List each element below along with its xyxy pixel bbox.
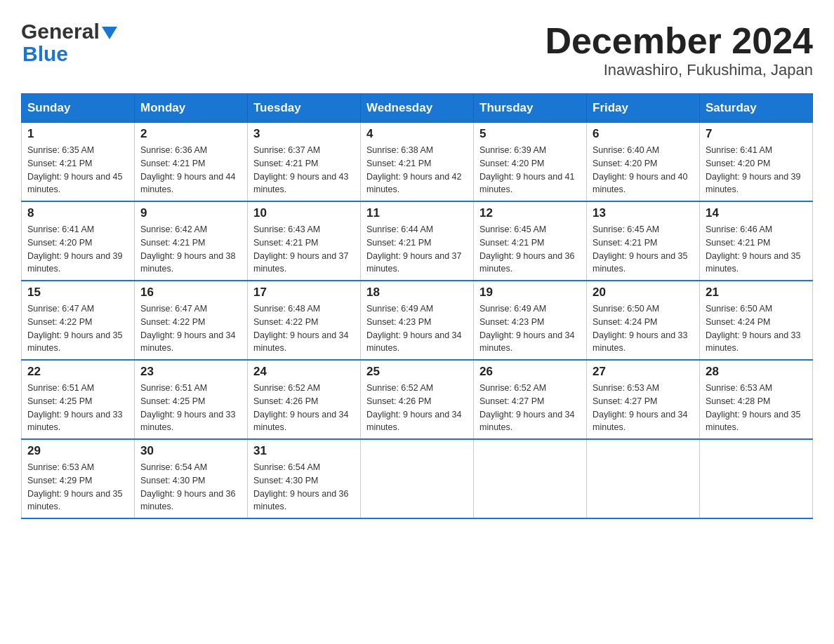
day-info: Sunrise: 6:50 AMSunset: 4:24 PMDaylight:…	[593, 302, 694, 355]
calendar-cell[interactable]: 25Sunrise: 6:52 AMSunset: 4:26 PMDayligh…	[361, 360, 474, 439]
week-row-5: 29Sunrise: 6:53 AMSunset: 4:29 PMDayligh…	[22, 439, 813, 518]
day-number: 29	[27, 444, 128, 458]
calendar-cell[interactable]: 10Sunrise: 6:43 AMSunset: 4:21 PMDayligh…	[248, 201, 361, 281]
col-monday: Monday	[135, 94, 248, 123]
day-info: Sunrise: 6:43 AMSunset: 4:21 PMDaylight:…	[253, 223, 355, 276]
day-info: Sunrise: 6:45 AMSunset: 4:21 PMDaylight:…	[593, 223, 694, 276]
calendar-cell[interactable]: 24Sunrise: 6:52 AMSunset: 4:26 PMDayligh…	[248, 360, 361, 439]
calendar-cell[interactable]: 5Sunrise: 6:39 AMSunset: 4:20 PMDaylight…	[474, 123, 587, 202]
day-info: Sunrise: 6:41 AMSunset: 4:20 PMDaylight:…	[27, 223, 128, 276]
calendar-table: Sunday Monday Tuesday Wednesday Thursday…	[21, 93, 813, 519]
day-info: Sunrise: 6:42 AMSunset: 4:21 PMDaylight:…	[140, 223, 241, 276]
col-friday: Friday	[587, 94, 700, 123]
calendar-cell[interactable]: 19Sunrise: 6:49 AMSunset: 4:23 PMDayligh…	[474, 281, 587, 360]
day-info: Sunrise: 6:53 AMSunset: 4:29 PMDaylight:…	[27, 461, 128, 514]
day-number: 10	[253, 206, 355, 220]
day-info: Sunrise: 6:48 AMSunset: 4:22 PMDaylight:…	[253, 302, 355, 355]
day-info: Sunrise: 6:47 AMSunset: 4:22 PMDaylight:…	[27, 302, 128, 355]
calendar-cell[interactable]: 15Sunrise: 6:47 AMSunset: 4:22 PMDayligh…	[22, 281, 135, 360]
day-info: Sunrise: 6:51 AMSunset: 4:25 PMDaylight:…	[140, 382, 241, 434]
location-subtitle: Inawashiro, Fukushima, Japan	[545, 61, 813, 79]
day-info: Sunrise: 6:52 AMSunset: 4:27 PMDaylight:…	[479, 382, 581, 434]
calendar-cell[interactable]: 4Sunrise: 6:38 AMSunset: 4:21 PMDaylight…	[361, 123, 474, 202]
day-number: 16	[140, 286, 241, 300]
day-number: 11	[366, 206, 468, 220]
day-number: 9	[140, 206, 241, 220]
calendar-cell[interactable]: 2Sunrise: 6:36 AMSunset: 4:21 PMDaylight…	[135, 123, 248, 202]
day-number: 5	[479, 127, 581, 141]
col-wednesday: Wednesday	[361, 94, 474, 123]
day-number: 3	[253, 127, 355, 141]
calendar-cell[interactable]: 26Sunrise: 6:52 AMSunset: 4:27 PMDayligh…	[474, 360, 587, 439]
title-block: December 2024 Inawashiro, Fukushima, Jap…	[545, 21, 813, 79]
day-number: 17	[253, 286, 355, 300]
day-info: Sunrise: 6:47 AMSunset: 4:22 PMDaylight:…	[140, 302, 241, 355]
day-number: 13	[593, 206, 694, 220]
day-info: Sunrise: 6:53 AMSunset: 4:27 PMDaylight:…	[593, 382, 694, 434]
day-number: 30	[140, 444, 241, 458]
calendar-cell[interactable]: 17Sunrise: 6:48 AMSunset: 4:22 PMDayligh…	[248, 281, 361, 360]
day-info: Sunrise: 6:41 AMSunset: 4:20 PMDaylight:…	[706, 144, 807, 196]
col-sunday: Sunday	[22, 94, 135, 123]
day-info: Sunrise: 6:44 AMSunset: 4:21 PMDaylight:…	[366, 223, 468, 276]
day-number: 2	[140, 127, 241, 141]
day-info: Sunrise: 6:54 AMSunset: 4:30 PMDaylight:…	[253, 461, 355, 514]
calendar-cell[interactable]: 21Sunrise: 6:50 AMSunset: 4:24 PMDayligh…	[700, 281, 813, 360]
calendar-cell[interactable]	[700, 439, 813, 518]
day-number: 4	[366, 127, 468, 141]
week-row-4: 22Sunrise: 6:51 AMSunset: 4:25 PMDayligh…	[22, 360, 813, 439]
day-info: Sunrise: 6:37 AMSunset: 4:21 PMDaylight:…	[253, 144, 355, 196]
day-info: Sunrise: 6:38 AMSunset: 4:21 PMDaylight:…	[366, 144, 468, 196]
logo-arrow-icon	[102, 27, 117, 39]
calendar-cell[interactable]: 18Sunrise: 6:49 AMSunset: 4:23 PMDayligh…	[361, 281, 474, 360]
col-saturday: Saturday	[700, 94, 813, 123]
day-info: Sunrise: 6:52 AMSunset: 4:26 PMDaylight:…	[253, 382, 355, 434]
calendar-cell[interactable]: 29Sunrise: 6:53 AMSunset: 4:29 PMDayligh…	[22, 439, 135, 518]
calendar-cell[interactable]: 23Sunrise: 6:51 AMSunset: 4:25 PMDayligh…	[135, 360, 248, 439]
calendar-cell[interactable]	[587, 439, 700, 518]
day-info: Sunrise: 6:45 AMSunset: 4:21 PMDaylight:…	[479, 223, 581, 276]
calendar-cell[interactable]: 31Sunrise: 6:54 AMSunset: 4:30 PMDayligh…	[248, 439, 361, 518]
day-info: Sunrise: 6:51 AMSunset: 4:25 PMDaylight:…	[27, 382, 128, 434]
day-info: Sunrise: 6:54 AMSunset: 4:30 PMDaylight:…	[140, 461, 241, 514]
day-info: Sunrise: 6:46 AMSunset: 4:21 PMDaylight:…	[706, 223, 807, 276]
day-number: 27	[593, 365, 694, 379]
day-info: Sunrise: 6:50 AMSunset: 4:24 PMDaylight:…	[706, 302, 807, 355]
day-number: 31	[253, 444, 355, 458]
calendar-cell[interactable]: 30Sunrise: 6:54 AMSunset: 4:30 PMDayligh…	[135, 439, 248, 518]
calendar-cell[interactable]: 22Sunrise: 6:51 AMSunset: 4:25 PMDayligh…	[22, 360, 135, 439]
calendar-cell[interactable]: 14Sunrise: 6:46 AMSunset: 4:21 PMDayligh…	[700, 201, 813, 281]
calendar-cell[interactable]: 8Sunrise: 6:41 AMSunset: 4:20 PMDaylight…	[22, 201, 135, 281]
calendar-cell[interactable]	[361, 439, 474, 518]
week-row-2: 8Sunrise: 6:41 AMSunset: 4:20 PMDaylight…	[22, 201, 813, 281]
week-row-3: 15Sunrise: 6:47 AMSunset: 4:22 PMDayligh…	[22, 281, 813, 360]
svg-marker-0	[102, 27, 117, 39]
col-tuesday: Tuesday	[248, 94, 361, 123]
day-info: Sunrise: 6:49 AMSunset: 4:23 PMDaylight:…	[366, 302, 468, 355]
page-header: General Blue December 2024 Inawashiro, F…	[21, 21, 813, 79]
calendar-cell[interactable]: 20Sunrise: 6:50 AMSunset: 4:24 PMDayligh…	[587, 281, 700, 360]
calendar-cell[interactable]: 27Sunrise: 6:53 AMSunset: 4:27 PMDayligh…	[587, 360, 700, 439]
day-info: Sunrise: 6:36 AMSunset: 4:21 PMDaylight:…	[140, 144, 241, 196]
calendar-cell[interactable]: 1Sunrise: 6:35 AMSunset: 4:21 PMDaylight…	[22, 123, 135, 202]
calendar-cell[interactable]: 3Sunrise: 6:37 AMSunset: 4:21 PMDaylight…	[248, 123, 361, 202]
day-number: 20	[593, 286, 694, 300]
calendar-cell[interactable]: 9Sunrise: 6:42 AMSunset: 4:21 PMDaylight…	[135, 201, 248, 281]
day-number: 6	[593, 127, 694, 141]
day-number: 14	[706, 206, 807, 220]
calendar-cell[interactable]: 16Sunrise: 6:47 AMSunset: 4:22 PMDayligh…	[135, 281, 248, 360]
calendar-cell[interactable]: 12Sunrise: 6:45 AMSunset: 4:21 PMDayligh…	[474, 201, 587, 281]
calendar-cell[interactable]: 7Sunrise: 6:41 AMSunset: 4:20 PMDaylight…	[700, 123, 813, 202]
day-number: 21	[706, 286, 807, 300]
calendar-header: Sunday Monday Tuesday Wednesday Thursday…	[22, 94, 813, 123]
calendar-cell[interactable]	[474, 439, 587, 518]
day-number: 12	[479, 206, 581, 220]
day-info: Sunrise: 6:39 AMSunset: 4:20 PMDaylight:…	[479, 144, 581, 196]
day-number: 18	[366, 286, 468, 300]
calendar-cell[interactable]: 13Sunrise: 6:45 AMSunset: 4:21 PMDayligh…	[587, 201, 700, 281]
month-year-title: December 2024	[545, 21, 813, 61]
calendar-cell[interactable]: 11Sunrise: 6:44 AMSunset: 4:21 PMDayligh…	[361, 201, 474, 281]
calendar-cell[interactable]: 6Sunrise: 6:40 AMSunset: 4:20 PMDaylight…	[587, 123, 700, 202]
calendar-cell[interactable]: 28Sunrise: 6:53 AMSunset: 4:28 PMDayligh…	[700, 360, 813, 439]
week-row-1: 1Sunrise: 6:35 AMSunset: 4:21 PMDaylight…	[22, 123, 813, 202]
